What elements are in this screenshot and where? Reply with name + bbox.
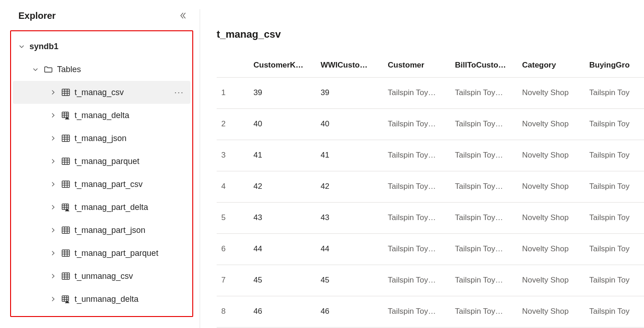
tree-node-table[interactable]: t_unmanag_delta xyxy=(13,288,190,311)
column-header[interactable]: BuyingGro xyxy=(585,53,644,77)
tree-node-label: t_manag_csv xyxy=(75,88,124,97)
table-row[interactable]: 84646Tailspin Toy…Tailspin Toy…Novelty S… xyxy=(217,296,644,327)
svg-rect-20 xyxy=(62,181,69,187)
chevron-right-icon xyxy=(49,134,57,142)
table-row[interactable]: 34141Tailspin Toy…Tailspin Toy…Novelty S… xyxy=(217,140,644,171)
cell: Tailspin Toy… xyxy=(450,77,518,108)
column-header[interactable]: CustomerK… xyxy=(249,53,316,77)
cell: Tailspin Toy… xyxy=(450,108,518,140)
chevron-right-icon xyxy=(49,88,57,96)
cell: Novelty Shop xyxy=(518,202,585,233)
cell: Tailspin Toy… xyxy=(383,265,450,296)
table-icon xyxy=(61,271,71,281)
table-row[interactable]: 24040Tailspin Toy…Tailspin Toy…Novelty S… xyxy=(217,108,644,140)
preview-title: t_manag_csv xyxy=(217,28,644,40)
tree-node-table[interactable]: t_manag_parquet xyxy=(13,150,190,173)
cell: Tailspin Toy… xyxy=(450,202,518,233)
row-index: 2 xyxy=(217,108,249,140)
tree-node-label: t_unmanag_csv xyxy=(75,271,133,281)
cell: Tailspin Toy xyxy=(585,108,644,140)
table-row[interactable]: 13939Tailspin Toy…Tailspin Toy…Novelty S… xyxy=(217,77,644,108)
chevron-right-icon xyxy=(49,272,57,280)
tree-node-label: t_manag_part_delta xyxy=(75,203,148,212)
tree-node-label: syndb1 xyxy=(29,42,58,51)
column-header[interactable]: WWICusto… xyxy=(316,53,383,77)
folder-icon xyxy=(43,64,53,74)
cell: 40 xyxy=(316,108,383,140)
cell: Tailspin Toy xyxy=(585,77,644,108)
cell: 45 xyxy=(249,265,316,296)
cell: Novelty Shop xyxy=(518,296,585,327)
column-header-index xyxy=(217,53,249,77)
table-row[interactable]: 64444Tailspin Toy…Tailspin Toy…Novelty S… xyxy=(217,233,644,265)
table-icon xyxy=(61,156,71,166)
table-row[interactable]: 54343Tailspin Toy…Tailspin Toy…Novelty S… xyxy=(217,202,644,233)
cell: 44 xyxy=(316,233,383,265)
tree-node-database[interactable]: syndb1 xyxy=(13,35,190,58)
cell: Tailspin Toy… xyxy=(383,171,450,202)
cell: Tailspin Toy xyxy=(585,233,644,265)
svg-rect-10 xyxy=(62,135,69,141)
cell: 46 xyxy=(249,296,316,327)
tree-node-table[interactable]: t_manag_csv··· xyxy=(13,81,190,104)
cell: Tailspin Toy xyxy=(585,265,644,296)
table-icon xyxy=(61,225,71,235)
cell: Tailspin Toy… xyxy=(383,296,450,327)
cell: Tailspin Toy… xyxy=(383,108,450,140)
cell: 40 xyxy=(249,108,316,140)
tree-node-table[interactable]: t_manag_json xyxy=(13,127,190,150)
cell: Tailspin Toy xyxy=(585,140,644,171)
more-actions-button[interactable]: ··· xyxy=(174,88,184,97)
svg-rect-15 xyxy=(62,158,69,164)
tree-node-table[interactable]: t_unmanag_csv xyxy=(13,265,190,288)
tree-node-table[interactable]: t_manag_part_parquet xyxy=(13,242,190,265)
preview-table: CustomerK…WWICusto…CustomerBillToCusto…C… xyxy=(217,53,644,328)
table-row[interactable]: 74545Tailspin Toy…Tailspin Toy…Novelty S… xyxy=(217,265,644,296)
tree-node-table[interactable]: t_manag_delta xyxy=(13,104,190,127)
tree-node-label: t_unmanag_delta xyxy=(75,294,138,304)
tree-highlight: syndb1 Tables t_manag_csv···t_manag_delt… xyxy=(10,30,193,317)
column-header[interactable]: Category xyxy=(518,53,585,77)
cell: Tailspin Toy… xyxy=(383,77,450,108)
tree-node-label: t_manag_parquet xyxy=(75,157,139,166)
cell: 42 xyxy=(249,171,316,202)
table-delta-icon xyxy=(61,110,71,120)
row-index: 5 xyxy=(217,202,249,233)
cell: Tailspin Toy… xyxy=(450,233,518,265)
cell: 41 xyxy=(316,140,383,171)
tree-node-tables-folder[interactable]: Tables xyxy=(13,58,190,81)
cell: 44 xyxy=(249,233,316,265)
chevron-right-icon xyxy=(49,295,57,303)
tree-node-table[interactable]: t_manag_part_csv xyxy=(13,173,190,196)
cell: Novelty Shop xyxy=(518,77,585,108)
column-header[interactable]: BillToCusto… xyxy=(450,53,518,77)
cell: 39 xyxy=(316,77,383,108)
chevron-down-icon xyxy=(31,65,40,74)
cell: Tailspin Toy… xyxy=(383,202,450,233)
svg-rect-35 xyxy=(62,250,69,256)
tree-node-table[interactable]: t_manag_part_delta xyxy=(13,196,190,219)
collapse-sidebar-button[interactable] xyxy=(178,10,189,21)
cell: Tailspin Toy… xyxy=(450,171,518,202)
svg-rect-25 xyxy=(62,204,69,209)
table-delta-icon xyxy=(61,202,71,212)
chevron-right-icon xyxy=(49,157,57,165)
chevron-right-icon xyxy=(49,203,57,211)
preview-panel: t_manag_csv CustomerK…WWICusto…CustomerB… xyxy=(203,9,644,328)
column-header[interactable]: Customer xyxy=(383,53,450,77)
cell: Tailspin Toy… xyxy=(383,233,450,265)
cell: Tailspin Toy… xyxy=(450,296,518,327)
cell: 46 xyxy=(316,296,383,327)
svg-rect-0 xyxy=(62,89,69,96)
cell: Novelty Shop xyxy=(518,108,585,140)
table-row[interactable]: 44242Tailspin Toy…Tailspin Toy…Novelty S… xyxy=(217,171,644,202)
explorer-panel: Explorer syndb1 xyxy=(0,9,197,328)
table-icon xyxy=(61,133,71,143)
row-index: 7 xyxy=(217,265,249,296)
cell: Tailspin Toy… xyxy=(450,140,518,171)
row-index: 1 xyxy=(217,77,249,108)
cell: 41 xyxy=(249,140,316,171)
tree-node-label: Tables xyxy=(57,65,81,74)
chevron-down-icon xyxy=(17,42,26,51)
tree-node-table[interactable]: t_manag_part_json xyxy=(13,219,190,242)
